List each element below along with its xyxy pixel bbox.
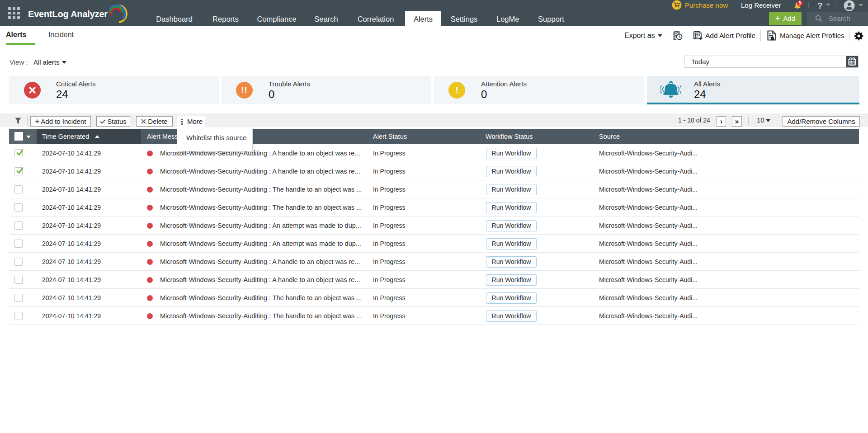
svg-text:5: 5 (799, 0, 802, 5)
